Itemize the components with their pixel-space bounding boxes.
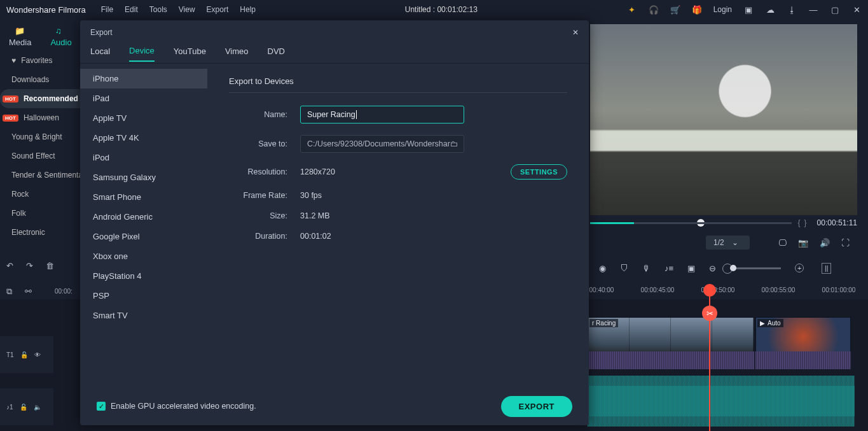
cloud-icon[interactable]: ☁ bbox=[765, 4, 775, 15]
saveto-field[interactable]: C:/Users/92308/Documents/Wondershar🗀 bbox=[300, 135, 464, 153]
sidebar-item-downloads[interactable]: Downloads bbox=[0, 70, 80, 89]
device-appletv[interactable]: Apple TV bbox=[80, 108, 207, 128]
device-android[interactable]: Android Generic bbox=[80, 207, 207, 227]
gift-icon[interactable]: 🎁 bbox=[692, 4, 702, 15]
sidebar-item-favorites[interactable]: ♥Favorites bbox=[0, 51, 80, 70]
save-icon[interactable]: ▣ bbox=[743, 4, 754, 15]
dialog-close-icon[interactable]: ✕ bbox=[572, 28, 579, 37]
export-tab-vimeo[interactable]: Vimeo bbox=[225, 46, 249, 61]
device-smarttv[interactable]: Smart TV bbox=[80, 306, 207, 325]
mic-icon[interactable]: 🎙 bbox=[642, 264, 651, 273]
menu-export[interactable]: Export bbox=[207, 5, 229, 14]
preview-scrubber[interactable]: { } 00:00:51:11 bbox=[590, 216, 857, 229]
track-head-audio: ♪1 🔓 🔈 bbox=[0, 388, 53, 425]
export-dialog: Export ✕ Local Device YouTube Vimeo DVD … bbox=[80, 20, 589, 425]
device-xbox[interactable]: Xbox one bbox=[80, 246, 207, 266]
audio-linked-1[interactable] bbox=[588, 351, 754, 369]
sidebar-item-halloween[interactable]: HOTHalloween bbox=[0, 108, 80, 127]
scissors-icon[interactable]: ✂ bbox=[702, 306, 717, 321]
sidebar-item-folk[interactable]: Folk bbox=[0, 204, 80, 223]
mute-icon[interactable]: 🔈 bbox=[34, 404, 41, 411]
sidebar-item-electronic[interactable]: Electronic bbox=[0, 223, 80, 242]
headphones-icon[interactable]: 🎧 bbox=[649, 4, 659, 15]
close-icon[interactable]: ✕ bbox=[851, 4, 862, 15]
checkbox-checked-icon: ✓ bbox=[97, 402, 106, 411]
menu-file[interactable]: File bbox=[101, 5, 113, 14]
clip-label: r Racing bbox=[589, 319, 618, 327]
device-psp[interactable]: PSP bbox=[80, 286, 207, 306]
scrubber-thumb[interactable] bbox=[697, 219, 705, 227]
gpu-checkbox[interactable]: ✓ Enable GPU accelerated video encoding. bbox=[97, 402, 256, 411]
export-tab-youtube[interactable]: YouTube bbox=[174, 46, 206, 61]
color-icon[interactable]: ◉ bbox=[599, 264, 606, 273]
device-pixel[interactable]: Google Pixel bbox=[80, 227, 207, 246]
sidebar-item-recommended[interactable]: HOTRecommended bbox=[0, 89, 80, 108]
form-section-title: Export to Devices bbox=[229, 76, 567, 93]
sidebar-item-rock[interactable]: Rock bbox=[0, 185, 80, 204]
maximize-icon[interactable]: ▢ bbox=[830, 4, 840, 15]
eye-icon[interactable]: 👁 bbox=[34, 351, 41, 358]
menu-edit[interactable]: Edit bbox=[125, 5, 138, 14]
link-icon[interactable]: ⚯ bbox=[25, 286, 32, 297]
music-adjust-icon[interactable]: ♪≡ bbox=[665, 264, 673, 273]
export-button[interactable]: EXPORT bbox=[501, 396, 572, 417]
sidebar-item-young[interactable]: Young & Bright bbox=[0, 127, 80, 146]
music-waveform[interactable] bbox=[588, 376, 855, 427]
minimize-icon[interactable]: — bbox=[808, 4, 818, 15]
snapshot-icon[interactable]: 📷 bbox=[798, 238, 808, 248]
device-ipad[interactable]: iPad bbox=[80, 88, 207, 108]
menu-help[interactable]: Help bbox=[240, 5, 256, 14]
export-tab-local[interactable]: Local bbox=[90, 46, 110, 61]
download-icon[interactable]: ⭳ bbox=[787, 4, 797, 15]
folder-icon[interactable]: 🗀 bbox=[450, 139, 458, 148]
login-link[interactable]: Login bbox=[713, 5, 732, 14]
zoom-out-icon[interactable]: ⊖ bbox=[709, 264, 716, 273]
device-samsung[interactable]: Samsung Galaxy bbox=[80, 167, 207, 187]
name-input[interactable]: Super Racing bbox=[300, 106, 464, 124]
fullscreen-icon[interactable]: ⛶ bbox=[841, 238, 850, 248]
crop-icon[interactable]: ▣ bbox=[687, 264, 695, 273]
playhead[interactable]: ✂ bbox=[709, 284, 710, 431]
sidebar-item-tender[interactable]: Tender & Sentimental bbox=[0, 166, 80, 185]
display-icon[interactable]: 🖵 bbox=[778, 238, 787, 248]
device-smartphone[interactable]: Smart Phone bbox=[80, 187, 207, 207]
trash-icon[interactable]: 🗑 bbox=[46, 261, 54, 271]
project-title: Untitled : 00:01:02:13 bbox=[256, 5, 627, 14]
device-ipod[interactable]: iPod bbox=[80, 148, 207, 167]
sidebar-item-sfx[interactable]: Sound Effect bbox=[0, 146, 80, 166]
clip-super-racing[interactable]: r Racing bbox=[588, 317, 754, 357]
zoom-thumb[interactable] bbox=[730, 265, 736, 271]
lock-icon[interactable]: 🔓 bbox=[20, 404, 27, 411]
volume-icon[interactable]: 🔊 bbox=[820, 238, 830, 248]
hot-badge: HOT bbox=[3, 115, 18, 122]
settings-button[interactable]: SETTINGS bbox=[511, 164, 567, 180]
zoom-in-icon[interactable]: + bbox=[795, 264, 804, 272]
mark-out-icon[interactable]: } bbox=[804, 218, 807, 227]
export-tabs: Local Device YouTube Vimeo DVD bbox=[80, 45, 589, 64]
device-iphone[interactable]: iPhone bbox=[80, 69, 207, 88]
undo-icon[interactable]: ↶ bbox=[6, 261, 13, 271]
export-tab-dvd[interactable]: DVD bbox=[268, 46, 285, 61]
tab-media[interactable]: 📁 Media bbox=[9, 26, 31, 47]
fit-icon[interactable]: || bbox=[822, 263, 831, 274]
menu-tools[interactable]: Tools bbox=[149, 5, 167, 14]
preview-timecode: 00:00:51:11 bbox=[817, 218, 857, 227]
menu-view[interactable]: View bbox=[179, 5, 195, 14]
export-tab-device[interactable]: Device bbox=[129, 46, 155, 62]
device-appletv4k[interactable]: Apple TV 4K bbox=[80, 128, 207, 148]
cart-icon[interactable]: 🛒 bbox=[670, 4, 680, 15]
device-ps4[interactable]: PlayStation 4 bbox=[80, 266, 207, 286]
audio-linked-2[interactable] bbox=[755, 351, 851, 369]
lock-icon[interactable]: 🔓 bbox=[20, 351, 28, 358]
copy-icon[interactable]: ⧉ bbox=[6, 286, 12, 297]
redo-icon[interactable]: ↷ bbox=[26, 261, 33, 271]
shield-icon[interactable]: ⛉ bbox=[620, 264, 628, 273]
idea-icon[interactable]: ✦ bbox=[627, 4, 637, 15]
mark-in-icon[interactable]: { bbox=[798, 218, 801, 227]
track-label: ♪1 bbox=[6, 404, 13, 411]
zoom-ratio-select[interactable]: 1/2⌄ bbox=[706, 236, 750, 250]
clip-auto[interactable]: ▶Auto bbox=[755, 317, 851, 357]
scrubber-track[interactable] bbox=[590, 222, 792, 224]
zoom-slider[interactable] bbox=[730, 267, 781, 269]
tab-audio[interactable]: ♫ Audio bbox=[50, 26, 71, 47]
